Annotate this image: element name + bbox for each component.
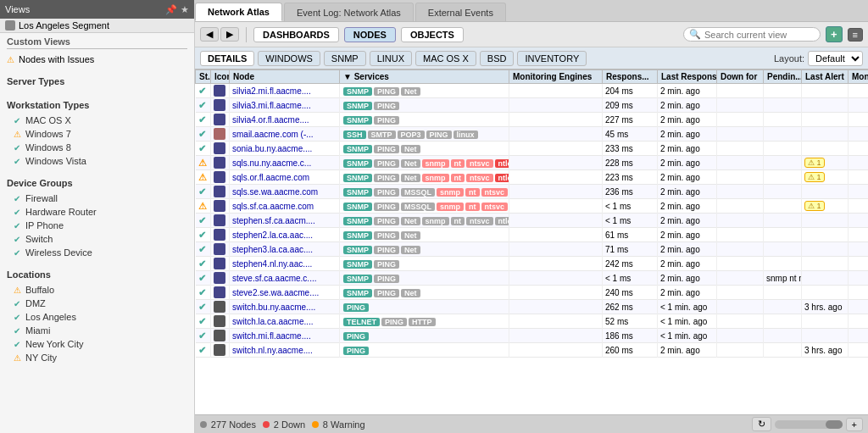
- table-row[interactable]: ✔sqls.se.wa.aacme.comSNMPPINGMSSQLsnmpnt…: [196, 185, 869, 199]
- table-row[interactable]: ✔stephen.sf.ca.aacm....SNMPPINGNetsnmpnt…: [196, 214, 869, 228]
- table-row[interactable]: ⚠sqls.nu.ny.aacme.c...SNMPPINGNetsnmpntn…: [196, 156, 869, 170]
- service-tag: SNMP: [343, 289, 372, 297]
- cell-monit: [849, 170, 869, 185]
- cell-node[interactable]: steve2.se.wa.aacme....: [230, 286, 340, 300]
- refresh-button[interactable]: ↻: [752, 417, 771, 431]
- sidebar-item-windows8[interactable]: ✔ Windows 8: [0, 141, 194, 154]
- col-header-down[interactable]: Down for: [717, 70, 764, 84]
- layout-select[interactable]: Default: [808, 51, 863, 66]
- table-row[interactable]: ✔stephen3.la.ca.aac....SNMPPINGNet71 ms2…: [196, 242, 869, 257]
- cell-node[interactable]: sqls.sf.ca.aacme.com: [230, 199, 340, 214]
- cell-node[interactable]: smail.aacme.com (-...: [230, 127, 340, 142]
- cell-engines: [509, 84, 603, 98]
- tab-event-log[interactable]: Event Log: Network Atlas: [284, 3, 414, 21]
- col-header-lastresp[interactable]: Last Response: [658, 70, 717, 84]
- sidebar-header-icons[interactable]: 📌 ★: [165, 4, 189, 15]
- sidebar-item-ip-phone[interactable]: ✔ IP Phone: [0, 219, 194, 232]
- col-header-services[interactable]: ▼ Services: [340, 70, 509, 84]
- dashboards-tab[interactable]: DASHBOARDS: [253, 27, 339, 42]
- windows-tab[interactable]: WINDOWS: [258, 51, 320, 66]
- objects-tab[interactable]: OBJECTS: [401, 27, 464, 42]
- sidebar-scroll[interactable]: Custom Views ⚠ Nodes with Issues Server …: [0, 33, 194, 433]
- sidebar-item-firewall[interactable]: ✔ Firewall: [0, 192, 194, 205]
- table-row[interactable]: ✔stephen4.nl.ny.aac....SNMPPING242 ms2 m…: [196, 257, 869, 271]
- check-icon: ✔: [14, 143, 22, 153]
- cell-node[interactable]: sonia.bu.ny.aacme....: [230, 142, 340, 156]
- table-row[interactable]: ✔steve.sf.ca.aacme.c....SNMPPING< 1 ms2 …: [196, 271, 869, 286]
- zoom-in-button[interactable]: +: [846, 418, 863, 431]
- table-row[interactable]: ✔switch.bu.ny.aacme....PING262 ms< 1 min…: [196, 300, 869, 314]
- cell-icon: [211, 286, 230, 300]
- cell-node[interactable]: switch.nl.ny.aacme....: [230, 343, 340, 358]
- sidebar-item-dmz[interactable]: ✔ DMZ: [0, 297, 194, 310]
- cell-node[interactable]: sqls.or.fl.aacme.com: [230, 170, 340, 185]
- sidebar-item-windowsvista[interactable]: ✔ Windows Vista: [0, 154, 194, 168]
- table-row[interactable]: ✔smail.aacme.com (-...SSHSMTPPOP3PINGlin…: [196, 127, 869, 142]
- sidebar-item-nodes-with-issues[interactable]: ⚠ Nodes with Issues: [7, 53, 187, 66]
- cell-node[interactable]: stephen3.la.ca.aac....: [230, 242, 340, 257]
- cell-services: TELNETPINGHTTP: [340, 314, 509, 329]
- cell-node[interactable]: stephen2.la.ca.aac....: [230, 228, 340, 242]
- snmp-tab[interactable]: SNMP: [324, 51, 366, 66]
- linux-tab[interactable]: LINUX: [370, 51, 412, 66]
- cell-node[interactable]: sqls.nu.ny.aacme.c...: [230, 156, 340, 170]
- forward-button[interactable]: ▶: [220, 27, 239, 42]
- cell-engines: [509, 142, 603, 156]
- cell-node[interactable]: steve.sf.ca.aacme.c....: [230, 271, 340, 286]
- details-tab[interactable]: DETAILS: [200, 51, 254, 66]
- table-row[interactable]: ✔switch.mi.fl.aacme....PING186 ms< 1 min…: [196, 329, 869, 343]
- star-icon[interactable]: ★: [181, 4, 189, 15]
- search-box[interactable]: 🔍: [683, 27, 821, 42]
- sidebar-item-wireless-device[interactable]: ✔ Wireless Device: [0, 246, 194, 259]
- table-row[interactable]: ✔sonia.bu.ny.aacme....SNMPPINGNet233 ms2…: [196, 142, 869, 156]
- menu-button[interactable]: ≡: [848, 28, 863, 42]
- cell-node[interactable]: switch.mi.fl.aacme....: [230, 329, 340, 343]
- table-row[interactable]: ⚠sqls.or.fl.aacme.comSNMPPINGNetsnmpntnt…: [196, 170, 869, 185]
- table-row[interactable]: ✔stephen2.la.ca.aac....SNMPPINGNet61 ms2…: [196, 228, 869, 242]
- service-tag: PING: [374, 159, 399, 168]
- cell-node[interactable]: sqls.se.wa.aacme.com: [230, 185, 340, 199]
- sidebar-item-losangeles[interactable]: ✔ Los Angeles: [0, 310, 194, 324]
- sidebar-item-hardware-router[interactable]: ✔ Hardware Router: [0, 205, 194, 219]
- sidebar-item-buffalo[interactable]: ⚠ Buffalo: [0, 283, 194, 297]
- cell-services: SNMPPING: [340, 113, 509, 127]
- col-header-monit[interactable]: Monit...: [849, 70, 869, 84]
- cell-node[interactable]: silvia2.mi.fl.aacme....: [230, 84, 340, 98]
- cell-node[interactable]: stephen.sf.ca.aacm....: [230, 214, 340, 228]
- col-header-resp[interactable]: Respons...: [603, 70, 658, 84]
- cell-node[interactable]: silvia3.mi.fl.aacme....: [230, 98, 340, 113]
- cell-node[interactable]: silvia4.or.fl.aacme....: [230, 113, 340, 127]
- back-button[interactable]: ◀: [200, 27, 219, 42]
- sidebar-item-switch[interactable]: ✔ Switch: [0, 232, 194, 246]
- sidebar-segment[interactable]: Los Angeles Segment: [0, 19, 194, 33]
- macosx-tab[interactable]: MAC OS X: [415, 51, 476, 66]
- sidebar-item-windows7[interactable]: ⚠ Windows 7: [0, 127, 194, 141]
- search-input[interactable]: [704, 30, 815, 40]
- col-header-pend[interactable]: Pendin...: [764, 70, 802, 84]
- table-row[interactable]: ✔silvia2.mi.fl.aacme....SNMPPINGNet204 m…: [196, 84, 869, 98]
- cell-node[interactable]: switch.bu.ny.aacme....: [230, 300, 340, 314]
- table-row[interactable]: ✔switch.nl.ny.aacme....PING260 ms2 min. …: [196, 343, 869, 358]
- col-header-alert[interactable]: Last Alert: [802, 70, 849, 84]
- col-header-node[interactable]: Node: [230, 70, 340, 84]
- nodes-tab[interactable]: NODES: [344, 27, 396, 42]
- sidebar-item-macosx[interactable]: ✔ MAC OS X: [0, 114, 194, 127]
- inventory-tab[interactable]: INVENTORY: [517, 51, 587, 66]
- tab-network-atlas[interactable]: Network Atlas: [195, 3, 282, 21]
- table-wrap[interactable]: St... Icon Node ▼ Services Monitoring En…: [195, 69, 868, 414]
- table-row[interactable]: ✔switch.la.ca.aacme....TELNETPINGHTTP52 …: [196, 314, 869, 329]
- cell-node[interactable]: stephen4.nl.ny.aac....: [230, 257, 340, 271]
- table-row[interactable]: ✔silvia3.mi.fl.aacme....SNMPPING209 ms2 …: [196, 98, 869, 113]
- sidebar-item-miami[interactable]: ✔ Miami: [0, 324, 194, 337]
- bsd-tab[interactable]: BSD: [480, 51, 515, 66]
- add-button[interactable]: +: [826, 26, 843, 42]
- table-row[interactable]: ✔steve2.se.wa.aacme....SNMPPINGNet240 ms…: [196, 286, 869, 300]
- tab-external-events[interactable]: External Events: [415, 3, 506, 21]
- table-row[interactable]: ⚠sqls.sf.ca.aacme.comSNMPPINGMSSQLsnmpnt…: [196, 199, 869, 214]
- sidebar-item-newyorkcity[interactable]: ✔ New York City: [0, 337, 194, 351]
- table-row[interactable]: ✔silvia4.or.fl.aacme....SNMPPING227 ms2 …: [196, 113, 869, 127]
- col-header-engines[interactable]: Monitoring Engines: [509, 70, 603, 84]
- sidebar-item-nycity[interactable]: ⚠ NY City: [0, 351, 194, 364]
- pin-icon[interactable]: 📌: [165, 4, 177, 15]
- cell-node[interactable]: switch.la.ca.aacme....: [230, 314, 340, 329]
